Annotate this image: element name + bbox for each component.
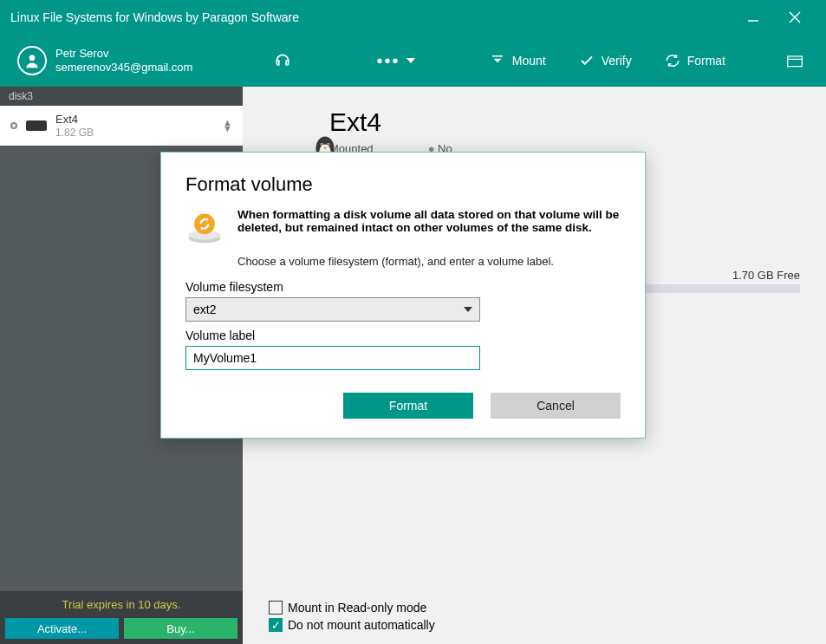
close-button[interactable]	[774, 0, 816, 35]
volume-item[interactable]: Ext4 1.82 GB ▲▼	[0, 106, 243, 146]
verify-label: Verify	[602, 54, 632, 68]
dialog-warning: When formatting a disk volume all data s…	[237, 208, 619, 234]
format-label: Format	[687, 54, 725, 68]
format-dialog: Format volume When formatting a disk vol…	[160, 152, 646, 439]
toolbar: Petr Serov semerenov345@gmail.com ••• Mo…	[0, 35, 826, 87]
avatar-icon	[17, 46, 47, 75]
chevron-down-icon	[464, 307, 472, 312]
buy-button[interactable]: Buy...	[124, 618, 237, 639]
format-button[interactable]: Format	[653, 43, 738, 78]
filesystem-select[interactable]: ext2	[185, 297, 480, 322]
volume-label-input[interactable]	[185, 346, 480, 370]
titlebar: Linux File Systems for Windows by Parago…	[0, 0, 826, 35]
activate-button[interactable]: Activate...	[5, 618, 119, 639]
user-email: semerenov345@gmail.com	[55, 61, 192, 75]
free-space-label: 1.70 GB Free	[732, 269, 800, 282]
mount-label: Mount	[512, 54, 546, 68]
verify-button[interactable]: Verify	[567, 43, 644, 78]
dialog-cancel-button[interactable]: Cancel	[491, 393, 621, 419]
svg-point-15	[194, 213, 215, 234]
readonly-label: Mount in Read-only mode	[288, 601, 426, 615]
readonly-checkbox[interactable]	[269, 601, 283, 615]
user-text: Petr Serov semerenov345@gmail.com	[55, 47, 192, 75]
mount-options: Mount in Read-only mode Do not mount aut…	[269, 597, 435, 632]
support-button[interactable]	[262, 43, 303, 78]
drive-icon	[26, 120, 47, 131]
volume-title: Ext4	[329, 107, 791, 137]
label-field-label: Volume label	[185, 329, 621, 342]
format-warn-icon	[185, 208, 224, 250]
chevron-down-icon	[406, 58, 415, 63]
noauto-checkbox[interactable]	[269, 618, 283, 632]
volume-expand-icon[interactable]: ▲▼	[223, 120, 232, 131]
minimize-button[interactable]	[732, 0, 774, 35]
svg-point-3	[29, 55, 36, 61]
dialog-title: Format volume	[185, 173, 621, 196]
disk-header[interactable]: disk3	[0, 87, 243, 106]
explorer-button[interactable]	[781, 43, 809, 78]
trial-notice: Trial expires in 10 days.	[0, 591, 243, 618]
user-name: Petr Serov	[55, 47, 192, 61]
volume-fs: Ext4	[55, 113, 214, 127]
volume-status-dot	[10, 122, 17, 129]
svg-point-11	[322, 144, 323, 146]
filesystem-value: ext2	[193, 302, 216, 316]
more-menu-button[interactable]: •••	[364, 43, 427, 78]
dialog-subtext: Choose a volume filesystem (format), and…	[237, 255, 621, 268]
dots-icon: •••	[376, 51, 400, 71]
user-account[interactable]: Petr Serov semerenov345@gmail.com	[17, 46, 192, 75]
svg-point-12	[328, 144, 329, 146]
fs-field-label: Volume filesystem	[185, 280, 621, 294]
mount-button[interactable]: Mount	[478, 43, 558, 78]
svg-rect-5	[788, 56, 803, 67]
window-title: Linux File Systems for Windows by Parago…	[10, 10, 299, 24]
noauto-label: Do not mount automatically	[288, 618, 435, 632]
volume-size: 1.82 GB	[55, 127, 214, 139]
dialog-format-button[interactable]: Format	[343, 393, 473, 419]
